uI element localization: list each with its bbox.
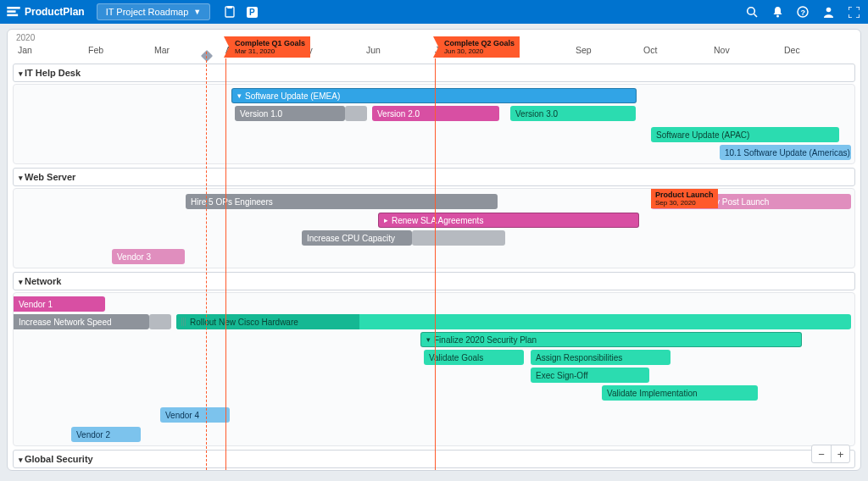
bar-vendor4[interactable]: Vendor 4: [160, 407, 230, 423]
app-header: ProductPlan IT Project Roadmap ▼ P ?: [0, 0, 868, 24]
roadmap-board: 2020 Jan Feb Mar Apr May Jun Jul Aug Sep…: [7, 29, 861, 471]
zoom-controls: − +: [811, 445, 850, 463]
chevron-right-icon: ▸: [384, 216, 388, 224]
month-label: Nov: [714, 45, 730, 55]
svg-rect-4: [227, 6, 232, 8]
bar-v2[interactable]: Version 2.0: [372, 106, 499, 121]
bar-assign[interactable]: Assign Responsibilities: [531, 350, 670, 365]
svg-text:P: P: [249, 8, 255, 17]
svg-point-9: [776, 15, 779, 18]
milestone-q1[interactable]: Complete Q1 Goals Mar 31, 2020: [230, 36, 310, 58]
bar-vendor3[interactable]: Vendor 3: [112, 249, 185, 264]
svg-text:?: ?: [801, 8, 806, 17]
brand: ProductPlan: [7, 6, 85, 18]
header-actions-left: P: [222, 4, 259, 19]
month-label: Jan: [18, 45, 32, 55]
zoom-in-button[interactable]: +: [831, 445, 849, 462]
lane-title: IT Help Desk: [25, 68, 81, 78]
chevron-down-icon: ▾: [19, 69, 23, 78]
bar-v1[interactable]: Version 1.0: [235, 106, 345, 121]
bar-secplan[interactable]: ▾Finalize 2020 Security Plan: [420, 332, 802, 347]
svg-rect-0: [7, 7, 19, 9]
bar-vendor2[interactable]: Vendor 2: [71, 427, 141, 442]
bar-sw-emea[interactable]: ▾Software Update (EMEA): [231, 88, 637, 103]
bar-cisco-progress: Rollout New Cisco Hardware: [176, 314, 359, 329]
bar-valimpl[interactable]: Validate Implementation: [602, 385, 758, 401]
lane-title: Global Security: [25, 454, 93, 464]
month-label: Oct: [643, 45, 657, 55]
lane-web: Product Launch Sep 30, 2020 Hire 5 OPs E…: [13, 188, 855, 268]
parking-icon[interactable]: P: [244, 4, 259, 19]
bar-exec[interactable]: Exec Sign-Off: [531, 368, 649, 383]
bar-sw-amer[interactable]: 10.1 Software Update (Americas): [720, 145, 851, 160]
milestone-q2[interactable]: Complete Q2 Goals Jun 30, 2020: [439, 36, 520, 58]
lane-title: Web Server: [25, 172, 75, 182]
month-label: Feb: [88, 45, 103, 55]
bar-netspeed[interactable]: Increase Network Speed: [14, 314, 149, 329]
bar-cpu-tail[interactable]: [412, 230, 505, 246]
zoom-out-button[interactable]: −: [812, 445, 831, 462]
lanes-container: ▾IT Help Desk ▾Software Update (EMEA) Ve…: [8, 62, 860, 470]
svg-rect-1: [7, 10, 15, 13]
bar-hire[interactable]: Hire 5 OPs Engineers: [186, 194, 498, 209]
bar-valgoals[interactable]: Validate Goals: [424, 350, 524, 365]
milestone-date: Jun 30, 2020: [444, 47, 515, 55]
user-icon[interactable]: [821, 4, 836, 19]
lane-header-security[interactable]: ▾Global Security: [13, 450, 855, 468]
expand-icon[interactable]: [846, 4, 861, 19]
month-label: Jun: [366, 45, 381, 55]
lane-header-helpdesk[interactable]: ▾IT Help Desk: [13, 64, 855, 82]
milestone-date: Mar 31, 2020: [235, 47, 305, 55]
help-icon[interactable]: ?: [795, 4, 810, 19]
chevron-down-icon: ▼: [193, 8, 201, 16]
bar-cpu[interactable]: Increase CPU Capacity: [302, 230, 412, 246]
header-actions-right: ?: [744, 4, 861, 19]
bar-netspeed-tail[interactable]: [149, 314, 171, 329]
chevron-down-icon: ▾: [237, 91, 242, 100]
milestone-title: Complete Q2 Goals: [444, 39, 515, 47]
bar-sla[interactable]: ▸Renew SLA Agreements: [378, 213, 639, 228]
milestone-launch[interactable]: Product Launch Sep 30, 2020: [651, 189, 718, 208]
bar-sw-apac[interactable]: Software Update (APAC): [651, 127, 839, 142]
lane-helpdesk: ▾Software Update (EMEA) Version 1.0 Vers…: [13, 84, 855, 164]
roadmap-dropdown[interactable]: IT Project Roadmap ▼: [97, 3, 211, 20]
year-label: 2020: [16, 33, 35, 42]
month-label: Mar: [154, 45, 170, 55]
svg-line-8: [754, 14, 758, 18]
svg-point-7: [748, 8, 755, 15]
bell-icon[interactable]: [770, 4, 785, 19]
chevron-down-icon: ▾: [19, 456, 23, 464]
milestone-title: Complete Q1 Goals: [235, 39, 305, 47]
lane-network: Vendor 1 Increase Network Speed Rollout …: [13, 292, 855, 446]
search-icon[interactable]: [744, 4, 760, 19]
chevron-down-icon: ▾: [426, 335, 431, 344]
milestone-title: Product Launch: [655, 191, 714, 199]
month-label: Dec: [784, 45, 800, 55]
chevron-down-icon: ▾: [19, 278, 23, 286]
lane-header-web[interactable]: ▾Web Server: [13, 168, 855, 186]
bar-vendor1[interactable]: Vendor 1: [14, 296, 105, 312]
bar-v1-tail[interactable]: [345, 106, 367, 121]
bar-v3[interactable]: Version 3.0: [510, 106, 636, 121]
drag-handle-icon: [181, 318, 186, 326]
milestone-date: Sep 30, 2020: [655, 199, 714, 207]
svg-rect-2: [7, 14, 18, 17]
brand-label: ProductPlan: [25, 6, 85, 18]
roadmap-dropdown-label: IT Project Roadmap: [106, 7, 189, 17]
svg-point-12: [826, 8, 831, 13]
clipboard-icon[interactable]: [222, 4, 237, 19]
chevron-down-icon: ▾: [19, 174, 23, 182]
lane-title: Network: [25, 276, 61, 286]
lane-header-network[interactable]: ▾Network: [13, 272, 855, 290]
month-label: Sep: [576, 45, 592, 55]
